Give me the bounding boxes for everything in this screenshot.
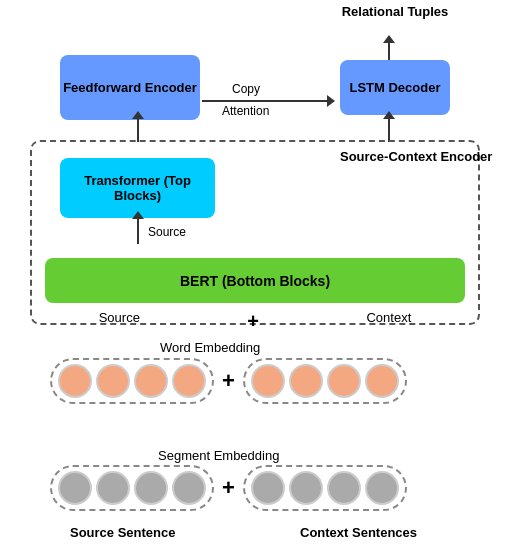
circle-gray-6: [289, 471, 323, 505]
source-sentence-label: Source Sentence: [70, 525, 176, 540]
source-context-encoder-label: Source-Context Encoder: [340, 148, 492, 166]
copy-label: Copy: [232, 82, 260, 96]
transformer-box: Transformer (Top Blocks): [60, 158, 215, 218]
circle-gray-1: [58, 471, 92, 505]
source-label: Source: [99, 310, 140, 333]
plus-seg-embed: +: [222, 475, 235, 501]
circle-1: [58, 364, 92, 398]
circle-3: [134, 364, 168, 398]
attention-label: Attention: [222, 104, 269, 118]
circle-gray-4: [172, 471, 206, 505]
lstm-decoder-box: LSTM Decoder: [340, 60, 450, 115]
circle-6: [289, 364, 323, 398]
segment-embedding-label: Segment Embedding: [158, 448, 279, 463]
circle-gray-3: [134, 471, 168, 505]
source-arrow-label: Source: [148, 225, 186, 239]
arrow-bert-to-transformer: [137, 218, 139, 244]
context-label: Context: [366, 310, 411, 333]
copy-attention-arrow: Copy Attention: [202, 82, 340, 112]
segment-embedding-circles: +: [50, 465, 407, 511]
relational-tuples-label: Relational Tuples: [330, 4, 460, 21]
circle-7: [327, 364, 361, 398]
source-context-row: Source + Context: [45, 310, 465, 333]
segment-source-circles-group: [50, 465, 214, 511]
context-circles-group: [243, 358, 407, 404]
circle-gray-2: [96, 471, 130, 505]
source-circles-group: [50, 358, 214, 404]
context-sentences-label: Context Sentences: [300, 525, 417, 540]
circle-gray-5: [251, 471, 285, 505]
architecture-diagram: Relational Tuples LSTM Decoder Feedforwa…: [0, 0, 514, 548]
plus-word-embed: +: [222, 368, 235, 394]
circle-gray-8: [365, 471, 399, 505]
arrow-line: [202, 100, 328, 102]
arrow-up-ff: [137, 118, 139, 142]
circle-4: [172, 364, 206, 398]
segment-context-circles-group: [243, 465, 407, 511]
plus-sign-middle: +: [247, 310, 259, 333]
word-embedding-source-circles: +: [50, 358, 407, 404]
arrow-up-lstm: [388, 118, 390, 142]
feedforward-encoder-box: Feedforward Encoder: [60, 55, 200, 120]
circle-2: [96, 364, 130, 398]
circle-gray-7: [327, 471, 361, 505]
bert-box: BERT (Bottom Blocks): [45, 258, 465, 303]
arrow-to-relational: [388, 42, 390, 62]
circle-5: [251, 364, 285, 398]
word-embedding-label: Word Embedding: [160, 340, 260, 355]
circle-8: [365, 364, 399, 398]
